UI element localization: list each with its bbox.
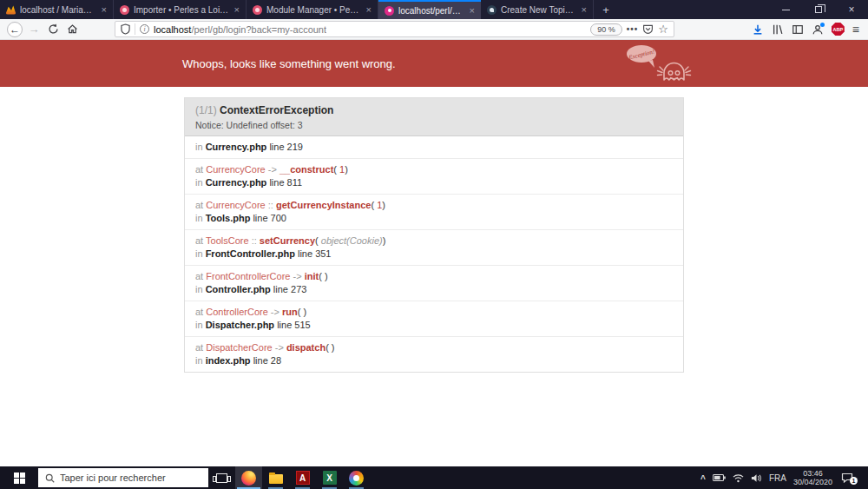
- downloads-icon[interactable]: [752, 23, 764, 36]
- trace-file: Dispatcher.php: [206, 320, 274, 330]
- trace-operator: ->: [271, 307, 279, 317]
- tab-module-manager[interactable]: Module Manager • Perles a Loisirs ×: [247, 0, 378, 19]
- account-notification-dot: [820, 23, 825, 27]
- trace-method: dispatch: [286, 342, 326, 353]
- trace-prefix: at: [195, 235, 203, 246]
- taskbar-search[interactable]: [38, 468, 208, 487]
- trace-operator: ::: [252, 235, 257, 246]
- tray-chevron-icon[interactable]: ^: [700, 474, 706, 484]
- taskbar-paint[interactable]: [343, 466, 370, 489]
- clock-time: 03:46: [793, 469, 832, 478]
- browser-tab-bar: localhost / MariaDB / perl8 / ps × Impor…: [0, 0, 868, 19]
- trace-file: Tools.php: [206, 213, 251, 223]
- reload-button[interactable]: [43, 21, 62, 38]
- url-bar[interactable]: i localhost/perl/gb/login?back=my-accoun…: [115, 21, 674, 37]
- trace-class: ControllerCore: [206, 307, 268, 317]
- bookmark-star-icon[interactable]: ☆: [658, 23, 668, 36]
- page-actions-icon[interactable]: •••: [627, 24, 639, 34]
- excel-icon: X: [323, 471, 337, 485]
- reload-icon: [48, 23, 59, 35]
- tab-close-icon[interactable]: ×: [102, 4, 107, 15]
- start-button[interactable]: [0, 466, 38, 489]
- tab-forum[interactable]: Create New Topic - PrestaShop ×: [481, 0, 594, 19]
- home-button[interactable]: [62, 21, 82, 38]
- shield-icon: [121, 23, 130, 35]
- zoom-level-indicator[interactable]: 90 %: [590, 23, 622, 36]
- exception-panel: (1/1) ContextErrorException Notice: Unde…: [184, 97, 684, 373]
- taskbar-explorer[interactable]: [262, 466, 289, 489]
- system-tray: ^ FRA 03:46 30/04/2020 1: [700, 466, 868, 489]
- restore-button[interactable]: [802, 0, 835, 19]
- trace-file: index.php: [206, 355, 251, 366]
- tab-title: Module Manager • Perles a Loisirs: [266, 5, 362, 15]
- adblock-icon[interactable]: ABP: [832, 23, 845, 36]
- clock-date: 30/04/2020: [793, 478, 832, 486]
- task-view-button[interactable]: [208, 466, 235, 489]
- language-indicator[interactable]: FRA: [769, 473, 786, 483]
- pocket-icon[interactable]: [642, 23, 654, 35]
- search-icon: [45, 473, 55, 483]
- minimize-icon: [782, 10, 790, 10]
- tab-login-active[interactable]: localhost/perl/gb/login?back=my-account …: [378, 0, 481, 19]
- account-button[interactable]: [812, 23, 824, 36]
- minimize-button[interactable]: [769, 0, 802, 19]
- forum-icon: [487, 5, 496, 15]
- tab-title: localhost/perl/gb/login?back=my-account: [398, 6, 465, 16]
- new-tab-button[interactable]: +: [594, 0, 618, 19]
- trace-row: in Currency.php line 219: [185, 136, 683, 159]
- windows-logo-icon: [14, 472, 25, 484]
- trace-prefix: in: [195, 355, 203, 366]
- url-host: localhost: [154, 24, 191, 35]
- trace-line: line 273: [273, 284, 307, 294]
- tab-close-icon[interactable]: ×: [470, 5, 475, 16]
- notification-badge: 1: [850, 477, 858, 485]
- trace-prefix: at: [195, 307, 203, 317]
- trace-row: at ControllerCore -> run( ) in Dispatche…: [185, 301, 683, 337]
- notification-center-button[interactable]: 1: [839, 472, 855, 483]
- back-button[interactable]: ←: [5, 21, 24, 38]
- trace-line: line 351: [298, 248, 332, 259]
- close-button[interactable]: ×: [835, 0, 868, 19]
- tab-importer[interactable]: Importer • Perles a Loisirs ×: [114, 0, 247, 19]
- url-text[interactable]: localhost/perl/gb/login?back=my-account: [154, 24, 326, 35]
- tab-title: localhost / MariaDB / perl8 / ps: [20, 5, 97, 15]
- taskbar-excel[interactable]: X: [316, 466, 343, 489]
- volume-icon[interactable]: [751, 473, 762, 483]
- trace-method: setCurrency: [260, 235, 315, 246]
- exception-notice: Notice: Undefined offset: 3: [195, 120, 673, 130]
- tab-close-icon[interactable]: ×: [366, 4, 372, 15]
- menu-icon[interactable]: ≡: [852, 23, 859, 36]
- trace-class: CurrencyCore: [206, 164, 265, 175]
- battery-icon[interactable]: [713, 473, 726, 482]
- divider: [135, 23, 135, 35]
- taskbar-firefox[interactable]: [235, 466, 262, 489]
- paint-icon: [349, 471, 364, 486]
- task-view-icon: [216, 473, 227, 483]
- taskbar-acrobat[interactable]: A: [289, 466, 316, 489]
- library-icon[interactable]: [772, 23, 784, 36]
- sidebar-icon[interactable]: [792, 23, 804, 36]
- tab-title: Importer • Perles a Loisirs: [134, 5, 230, 15]
- trace-method: getCurrencyInstance: [276, 200, 371, 210]
- search-input[interactable]: [60, 472, 190, 483]
- trace-class: ToolsCore: [206, 235, 249, 246]
- error-message: Whoops, looks like something went wrong.: [182, 57, 396, 70]
- trace-method: run: [282, 307, 298, 317]
- tab-phpmyadmin[interactable]: localhost / MariaDB / perl8 / ps ×: [0, 0, 114, 19]
- trace-prefix: in: [195, 320, 203, 330]
- trace-args: 1: [374, 200, 382, 210]
- trace-row: at FrontControllerCore -> init( ) in Con…: [185, 266, 683, 301]
- forward-button[interactable]: →: [24, 21, 43, 38]
- wifi-icon[interactable]: [733, 473, 744, 483]
- prestashop-icon: [120, 5, 129, 15]
- window-controls: ×: [769, 0, 868, 19]
- trace-method: init: [305, 271, 319, 281]
- trace-row: at CurrencyCore -> __construct( 1) in Cu…: [185, 159, 683, 195]
- clock[interactable]: 03:46 30/04/2020: [793, 469, 832, 486]
- tab-close-icon[interactable]: ×: [234, 4, 240, 15]
- trace-line: line 28: [253, 355, 281, 366]
- folder-icon: [269, 474, 283, 484]
- tab-close-icon[interactable]: ×: [582, 4, 587, 15]
- info-icon[interactable]: i: [140, 24, 149, 34]
- trace-operator: ->: [293, 271, 302, 281]
